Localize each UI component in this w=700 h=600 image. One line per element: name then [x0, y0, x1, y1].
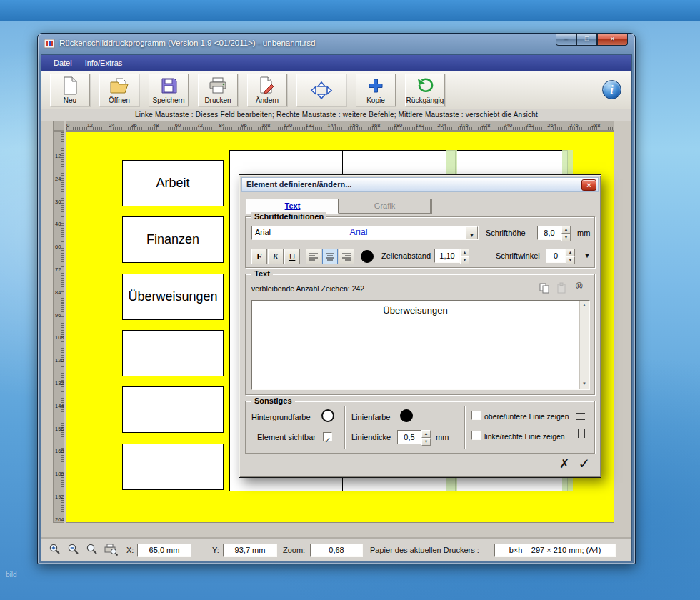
- liniendicke-value[interactable]: 0,5: [397, 430, 421, 444]
- spin-up-icon[interactable]: ▲: [561, 226, 571, 234]
- schrifthoehe-label: Schrifthöhe: [486, 229, 526, 237]
- ruler-number: 288: [591, 122, 601, 129]
- minimize-button[interactable]: –: [556, 34, 576, 46]
- ruler-number: 156: [55, 425, 64, 431]
- toolbar-drucken-button[interactable]: Drucken: [198, 74, 238, 106]
- dialog-titlebar[interactable]: Element definieren/ändern... ×: [241, 177, 599, 192]
- dialog-close-button[interactable]: ×: [581, 179, 596, 191]
- schriftwinkel-dropdown-button[interactable]: ▼: [581, 250, 593, 261]
- element-sichtbar-checkbox[interactable]: ✓: [323, 432, 332, 441]
- font-combobox[interactable]: Arial Arial ▼: [251, 226, 479, 240]
- close-button[interactable]: ×: [597, 34, 628, 46]
- font-dropdown-button[interactable]: ▼: [466, 226, 478, 239]
- ruler-number: 168: [371, 122, 381, 129]
- schrifthoehe-value[interactable]: 8,0: [537, 226, 561, 240]
- bold-button[interactable]: F: [251, 249, 267, 264]
- cancel-button[interactable]: ✗: [555, 456, 574, 474]
- group-title: Text: [251, 269, 273, 278]
- toolbar-speichern-button[interactable]: Speichern: [149, 74, 189, 106]
- spin-down-icon[interactable]: ▼: [460, 256, 469, 264]
- info-button[interactable]: i: [602, 80, 621, 99]
- spin-down-icon[interactable]: ▼: [566, 256, 575, 264]
- registered-symbol-button[interactable]: ®: [576, 281, 583, 291]
- ruler-number: 132: [55, 380, 64, 386]
- spin-up-icon[interactable]: ▲: [460, 249, 469, 256]
- canvas-label-box[interactable]: Finanzen: [122, 216, 224, 263]
- ruler-number: 204: [55, 516, 64, 522]
- ruler-number: 180: [55, 471, 64, 477]
- toolbar-verschieben-button[interactable]: [296, 74, 346, 106]
- toolbar-oeffnen-button[interactable]: Öffnen: [99, 74, 139, 106]
- canvas-label-box[interactable]: Arbeit: [122, 160, 224, 206]
- toolbar-kopie-button[interactable]: Kopie: [356, 74, 396, 106]
- window-titlebar[interactable]: Rückenschilddruckprogramm (Version 1.9 <…: [38, 34, 635, 54]
- spin-down-icon[interactable]: ▼: [421, 438, 431, 446]
- toolbar-rueckgaengig-button[interactable]: Rückgängig: [405, 74, 445, 106]
- group-divider: [464, 406, 465, 449]
- textarea-scrollbar[interactable]: ▲ ▼: [579, 301, 589, 389]
- top-bottom-lines-icon: [576, 412, 589, 425]
- app-icon: [44, 38, 55, 49]
- spin-up-icon[interactable]: ▲: [421, 430, 431, 438]
- align-right-button[interactable]: [339, 249, 354, 264]
- status-bar: X: 65,0 mm Y: 93,7 mm Zoom: 0,68 Papier …: [41, 539, 631, 561]
- spin-up-icon[interactable]: ▲: [566, 249, 575, 256]
- obere-untere-linie-checkbox[interactable]: [471, 411, 481, 420]
- menu-item-info-extras[interactable]: Info/Extras: [79, 56, 129, 69]
- scroll-up-icon[interactable]: ▲: [580, 301, 589, 310]
- underline-label: U: [289, 251, 296, 261]
- canvas-label-box[interactable]: [122, 444, 224, 490]
- tab-text[interactable]: Text: [246, 199, 339, 214]
- zoom-field[interactable]: 0,68: [310, 544, 363, 557]
- toolbar-neu-button[interactable]: Neu: [50, 74, 90, 106]
- italic-button[interactable]: K: [268, 249, 284, 264]
- ruler-number: 192: [416, 122, 425, 129]
- align-center-button[interactable]: [322, 249, 338, 264]
- font-color-button[interactable]: [361, 250, 374, 263]
- info-icon: i: [610, 84, 613, 96]
- hintergrundfarbe-button[interactable]: [321, 409, 334, 422]
- tab-grafik[interactable]: Grafik: [339, 199, 431, 214]
- linke-rechte-linie-checkbox[interactable]: [471, 431, 481, 440]
- spin-down-icon[interactable]: ▼: [561, 234, 571, 241]
- statusbar-print-preview-button[interactable]: [103, 543, 118, 558]
- save-icon: [160, 76, 177, 96]
- italic-label: K: [273, 251, 279, 261]
- ruler-number: 48: [153, 122, 159, 129]
- canvas-label-box[interactable]: [122, 330, 224, 376]
- paste-icon[interactable]: [556, 282, 569, 295]
- ruler-number: 192: [55, 494, 64, 500]
- toolbar-neu-label: Neu: [64, 96, 76, 104]
- chevron-down-icon: ▼: [469, 233, 474, 238]
- copy-pages-icon[interactable]: [539, 282, 551, 295]
- toolbar: NeuÖffnenSpeichernDruckenÄndernKopieRück…: [41, 71, 631, 109]
- canvas-label-box[interactable]: Überweisungen: [122, 274, 224, 320]
- canvas-label-box[interactable]: [122, 386, 224, 433]
- edit-icon: [258, 76, 276, 96]
- underline-button[interactable]: U: [284, 249, 300, 264]
- liniendicke-unit: mm: [436, 433, 449, 441]
- linienfarbe-button[interactable]: [400, 409, 413, 422]
- font-preview: Arial: [252, 227, 465, 237]
- ok-button[interactable]: ✓: [575, 454, 594, 473]
- ruler-number: 96: [241, 122, 246, 129]
- ruler-number: 24: [109, 122, 114, 129]
- ruler-number: 228: [481, 122, 491, 129]
- toolbar-aendern-label: Ändern: [256, 96, 279, 104]
- statusbar-zoom-out-button[interactable]: [66, 543, 81, 558]
- align-left-button[interactable]: [306, 249, 321, 264]
- maximize-button[interactable]: □: [576, 34, 597, 46]
- close-icon: ×: [610, 34, 614, 43]
- statusbar-zoom-in-button[interactable]: [47, 543, 62, 558]
- menu-item-datei[interactable]: Datei: [47, 56, 79, 69]
- toolbar-aendern-button[interactable]: Ändern: [247, 74, 287, 106]
- ruler-number: 276: [569, 122, 579, 129]
- statusbar-zoom-reset-button[interactable]: [84, 543, 99, 558]
- zeilenabstand-value[interactable]: 1,10: [434, 249, 460, 263]
- scroll-down-icon[interactable]: ▼: [580, 380, 589, 389]
- text-content-area[interactable]: Überweisungen ▲ ▼: [251, 300, 590, 390]
- ruler-number: 108: [55, 334, 64, 341]
- minimize-icon: –: [564, 35, 568, 42]
- schriftwinkel-value[interactable]: 0: [546, 249, 566, 263]
- ruler-number: 72: [55, 266, 61, 273]
